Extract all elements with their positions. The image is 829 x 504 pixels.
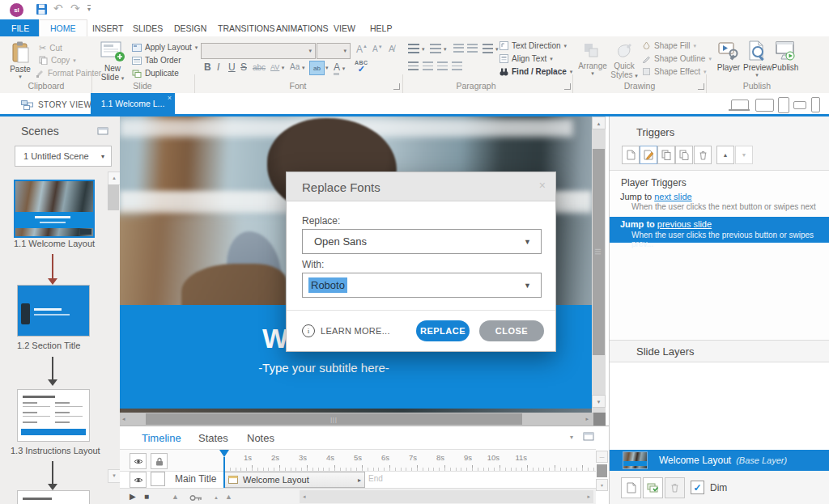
decrease-indent-icon[interactable] [453, 44, 464, 53]
track-name[interactable]: Main Title [175, 473, 216, 485]
numbering-dropdown-icon[interactable]: ▾ [444, 46, 447, 53]
track-visibility-button[interactable] [130, 472, 147, 488]
shape-outline-button[interactable]: Shape Outline▾ [642, 54, 712, 63]
canvas-vscroll-up-icon[interactable]: ▴ [592, 116, 606, 129]
highlight-dropdown-icon[interactable]: ▾ [325, 65, 329, 71]
align-right-icon[interactable] [437, 61, 448, 70]
tab-home[interactable]: HOME [39, 19, 87, 36]
line-spacing-dropdown-icon[interactable]: ▾ [495, 46, 499, 53]
duplicate-button[interactable]: Duplicate [132, 69, 179, 78]
justify-icon[interactable] [452, 61, 462, 70]
replace-button-dialog[interactable]: REPLACE [416, 320, 470, 341]
tab-file[interactable]: FILE [0, 19, 40, 36]
font-name-select[interactable]: ▾ [201, 43, 316, 59]
bold-button[interactable]: B [204, 61, 211, 73]
spellcheck-button[interactable]: ABC ✓ [355, 60, 368, 72]
slide-tab-active[interactable]: 1.1 Welcome L... × [91, 93, 175, 114]
increase-indent-icon[interactable] [467, 44, 478, 53]
slide-thumbnail-1-caption[interactable]: 1.1 Welcome Layout [14, 239, 95, 248]
font-dialog-launcher-icon[interactable] [393, 83, 400, 90]
slide-thumbnail-2[interactable] [17, 285, 90, 337]
previous-slide-link[interactable]: previous slide [657, 219, 712, 229]
slide-thumbnail-3[interactable] [17, 389, 90, 442]
scenes-scrollbar-up[interactable]: ▴ [108, 172, 121, 185]
quick-access-dropdown-icon[interactable]: ▾ [87, 5, 91, 13]
slide-thumbnail-3-caption[interactable]: 1.3 Instructions Layout [11, 446, 100, 455]
clear-formatting-icon[interactable]: A̸ [389, 44, 394, 53]
timeline-vscroll-thumb[interactable] [597, 464, 607, 477]
abc-strike-button[interactable]: abc [253, 63, 266, 72]
drawing-dialog-launcher-icon[interactable] [698, 83, 704, 90]
align-left-icon[interactable] [408, 61, 419, 70]
paste-button[interactable]: Paste ▾ [6, 40, 34, 86]
base-layer-row-selected[interactable]: Welcome Layout (Base Layer) [610, 450, 829, 471]
timeline-vscroll-up-icon[interactable]: — [596, 451, 608, 463]
canvas-vscrollbar[interactable]: ▴ ||| ▾ [592, 116, 606, 413]
playhead-marker[interactable] [219, 450, 229, 457]
replace-font-dropdown[interactable]: Open Sans ▼ [302, 229, 542, 254]
zoom-in-timeline-icon[interactable]: ▲ [225, 493, 232, 501]
quick-styles-button[interactable]: Quick Styles ▾ [610, 42, 639, 79]
canvas-hscroll-right-icon[interactable]: ▸ [585, 416, 589, 422]
zoom-out-timeline-icon[interactable]: ▲ [214, 495, 219, 500]
key-icon[interactable] [189, 493, 202, 503]
redo-icon[interactable]: ↷ [70, 2, 80, 15]
publish-button[interactable]: Publish [771, 40, 800, 72]
duplicate-layer-button[interactable] [643, 477, 663, 498]
paste-trigger-button[interactable] [675, 146, 693, 164]
stop-button[interactable]: ■ [144, 492, 149, 501]
copy-trigger-button[interactable] [657, 146, 675, 164]
find-replace-button[interactable]: Find / Replace▾ [500, 67, 572, 76]
tab-help[interactable]: HELP [360, 19, 402, 36]
canvas-hscroll-left-icon[interactable]: ◂ [122, 416, 125, 422]
create-trigger-button[interactable] [622, 146, 640, 164]
slide-thumbnail-1[interactable] [14, 180, 95, 238]
trigger-item-previous-selected[interactable]: Jump to previous slide When the user cli… [610, 217, 829, 243]
char-spacing-button[interactable]: AV ▾ [270, 63, 284, 71]
shape-fill-button[interactable]: Shape Fill▾ [642, 41, 696, 50]
playhead-line[interactable] [223, 457, 225, 488]
canvas-vscroll-down-icon[interactable]: ▾ [592, 395, 606, 408]
font-size-select[interactable]: ▾ [317, 43, 351, 59]
new-slide-button[interactable]: New Slide ▾ [97, 40, 128, 82]
show-hide-all-button[interactable] [130, 453, 147, 469]
scenes-panel-icon[interactable] [97, 126, 108, 138]
copy-button[interactable]: Copy▾ [39, 56, 76, 65]
timeline-ruler[interactable]: 1s 2s 3s 4s 5s 6s 7s 8s 9s 10s 11s [224, 450, 596, 471]
tab-view[interactable]: VIEW [324, 19, 365, 36]
strikethrough-button[interactable]: S [240, 61, 247, 73]
device-phone-landscape-icon[interactable] [793, 101, 806, 109]
new-layer-button[interactable] [621, 477, 641, 498]
dialog-close-icon[interactable]: × [539, 179, 546, 192]
italic-button[interactable]: I [217, 61, 219, 73]
player-button[interactable]: Player [714, 40, 743, 72]
cut-button[interactable]: ✂Cut [39, 43, 62, 53]
line-spacing-icon[interactable] [483, 44, 493, 53]
underline-button[interactable]: U [228, 61, 236, 73]
object-bar-expand-icon[interactable]: ▸ [358, 476, 361, 484]
play-button[interactable]: ▶ [130, 492, 136, 501]
with-font-dropdown[interactable]: Roboto ▼ [302, 273, 542, 298]
timeline-options-arrow-icon[interactable]: ▾ [570, 434, 573, 441]
trigger-item-next[interactable]: Jump to next slide When the user clicks … [610, 192, 829, 216]
timeline-vscroll-down-icon[interactable]: ▾ [596, 479, 608, 491]
close-button-dialog[interactable]: CLOSE [479, 320, 544, 341]
track-lock-checkbox[interactable] [151, 472, 165, 486]
scenes-scrollbar-down[interactable]: ▾ [108, 469, 121, 483]
align-text-button[interactable]: Align Text▾ [500, 54, 553, 63]
device-monitor-icon[interactable] [755, 99, 774, 112]
timeline-hscroll-left-icon[interactable]: ◂ [303, 493, 306, 500]
undo-icon[interactable]: ↶ [53, 2, 63, 15]
edit-trigger-button[interactable] [640, 146, 657, 164]
arrange-button[interactable]: Arrange ▾ [576, 42, 609, 77]
timeline-panel-icon[interactable] [583, 431, 594, 443]
highlight-button[interactable]: ab [309, 61, 325, 75]
slide-thumbnail-2-caption[interactable]: 1.2 Section Title [17, 341, 80, 350]
dim-checkbox[interactable]: ✓ [691, 481, 704, 494]
learn-more-link[interactable]: i LEARN MORE... [302, 324, 390, 337]
bullets-icon[interactable] [408, 44, 419, 53]
change-case-button[interactable]: Aa ▾ [290, 62, 305, 71]
lock-all-button[interactable] [151, 453, 168, 469]
text-direction-button[interactable]: Text Direction▾ [500, 41, 567, 50]
move-trigger-down-button[interactable]: ▼ [735, 146, 753, 164]
